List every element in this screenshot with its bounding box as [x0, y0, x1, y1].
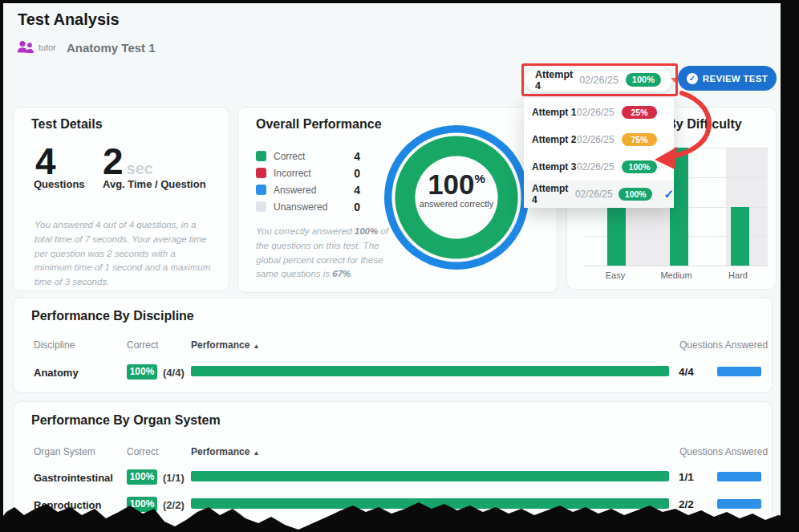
- score-pill: 75%: [622, 133, 657, 146]
- discipline-name: Anatomy: [34, 367, 79, 379]
- selected-attempt-date: 02/26/25: [579, 75, 619, 86]
- unanswered-swatch: [256, 201, 266, 212]
- questions-label: Questions: [34, 178, 85, 190]
- overall-summary: You correctly answered 100% of the quest…: [256, 225, 394, 282]
- check-circle-icon: ✓: [687, 73, 698, 84]
- legend-item-correct: Correct 4: [256, 148, 360, 164]
- avg-time-label: Avg. Time / Question: [103, 178, 206, 190]
- answered-bar: [717, 367, 761, 376]
- organ-section-title: Performance By Organ System: [31, 413, 221, 428]
- attempt-dropdown-menu: Attempt 1 02/26/25 25% Attempt 2 02/26/2…: [524, 98, 674, 208]
- col-header-discipline[interactable]: Discipline: [34, 339, 75, 351]
- test-details-card: Test Details 4 Questions 2sec Avg. Time …: [13, 107, 229, 291]
- test-details-summary: You answered 4 out of 4 questions, in a …: [34, 218, 213, 290]
- legend-item-answered: Answered 4: [256, 181, 360, 198]
- avg-time-value: 2sec: [103, 143, 153, 180]
- score-pill: 25%: [622, 106, 657, 119]
- performance-bar: [191, 498, 669, 509]
- percent-badge: 100%: [127, 469, 157, 485]
- avg-time-unit: sec: [127, 160, 153, 177]
- x-tick-easy: Easy: [591, 270, 639, 280]
- score-pill: 100%: [619, 188, 652, 201]
- percent-badge: 100%: [127, 364, 157, 380]
- discipline-section-title: Performance By Discipline: [31, 309, 194, 323]
- x-tick-hard: Hard: [714, 270, 762, 280]
- answered-bar: [717, 472, 761, 481]
- test-header-row: tutor Anatomy Test 1: [16, 40, 156, 55]
- score-donut-chart: 100% answered correctly: [384, 125, 529, 270]
- answered-bar: [717, 499, 761, 509]
- x-axis: [584, 266, 768, 266]
- organ-name: Gastrointestinal: [34, 472, 113, 484]
- selected-check-icon: ✓: [663, 187, 674, 201]
- correct-fraction: (4/4): [163, 367, 185, 379]
- col-header-performance-sort[interactable]: Performance▲: [191, 446, 259, 457]
- discipline-section-card: Performance By Discipline Discipline Cor…: [13, 297, 773, 393]
- attempt-selector[interactable]: Attempt 4 02/26/25 100%: [525, 67, 672, 92]
- x-tick-medium: Medium: [652, 270, 700, 280]
- tutor-mode-label: tutor: [39, 43, 56, 52]
- correct-fraction: (2/2): [163, 499, 185, 511]
- percent-badge: 100%: [127, 497, 157, 512]
- col-header-questions-answered[interactable]: Questions Answered: [679, 446, 768, 457]
- incorrect-swatch: [256, 168, 266, 178]
- sort-ascending-icon: ▲: [253, 449, 259, 457]
- score-pill: 100%: [622, 160, 657, 173]
- test-name: Anatomy Test 1: [67, 41, 156, 55]
- test-details-title: Test Details: [31, 117, 103, 132]
- overall-performance-card: Overall Performance Correct 4 Incorrect …: [237, 107, 558, 293]
- answered-count: 2/2: [679, 498, 694, 510]
- correct-swatch: [256, 151, 266, 161]
- attempt-option-4[interactable]: Attempt 4 02/26/25 100% ✓: [524, 181, 674, 208]
- attempt-option-1[interactable]: Attempt 1 02/26/25 25%: [524, 99, 674, 126]
- performance-legend: Correct 4 Incorrect 0 Answered 4 Unanswe…: [256, 148, 360, 215]
- legend-item-unanswered: Unanswered 0: [256, 198, 360, 215]
- col-header-correct[interactable]: Correct: [127, 446, 158, 457]
- answered-count: 4/4: [679, 366, 694, 378]
- col-header-correct[interactable]: Correct: [127, 339, 158, 351]
- legend-item-incorrect: Incorrect 0: [256, 164, 360, 181]
- performance-bar: [191, 471, 669, 481]
- screenshot-frame: Test Analysis tutor Anatomy Test 1 Test …: [0, 0, 799, 532]
- selected-attempt-label: Attempt 4: [535, 69, 573, 91]
- questions-count: 4: [35, 143, 56, 180]
- col-header-organ-system[interactable]: Organ System: [34, 446, 95, 457]
- organ-system-section-card: Performance By Organ System Organ System…: [13, 401, 773, 532]
- performance-bar: [191, 366, 669, 376]
- overall-performance-title: Overall Performance: [256, 117, 382, 132]
- selected-attempt-score-pill: 100%: [626, 73, 661, 87]
- page-title: Test Analysis: [18, 10, 120, 29]
- attempt-option-3[interactable]: Attempt 3 02/26/25 100%: [524, 153, 674, 181]
- answered-swatch: [256, 185, 266, 195]
- answered-count: 1/1: [679, 471, 694, 483]
- tutor-people-icon: [16, 40, 35, 55]
- sort-ascending-icon: ▲: [253, 343, 259, 350]
- col-header-questions-answered[interactable]: Questions Answered: [679, 339, 768, 351]
- organ-name: Reproduction: [34, 499, 102, 511]
- review-test-button[interactable]: ✓ REVIEW TEST: [678, 66, 777, 91]
- bar-hard: [731, 207, 749, 266]
- col-header-performance-sort[interactable]: Performance▲: [191, 339, 259, 351]
- correct-fraction: (1/1): [163, 472, 185, 484]
- donut-center-label: 100% answered correctly: [384, 170, 529, 209]
- attempt-option-2[interactable]: Attempt 2 02/26/25 75%: [524, 126, 674, 153]
